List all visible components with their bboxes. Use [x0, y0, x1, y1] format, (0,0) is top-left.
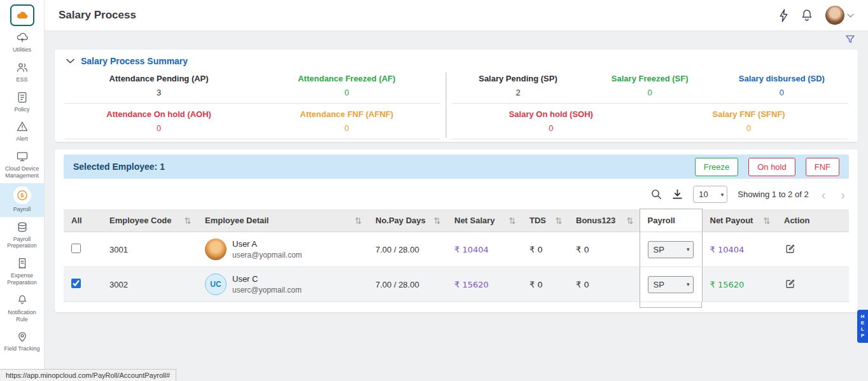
col-employee-code[interactable]: Employee Code — [102, 209, 197, 232]
stat-salary-fnf: Salary FNF (SFNF) 0 — [650, 109, 848, 133]
monitor-icon — [13, 149, 31, 163]
col-net-salary[interactable]: Net Salary — [447, 209, 522, 232]
stat-salary-pending: Salary Pending (SP) 2 — [452, 74, 584, 97]
sort-icon[interactable] — [627, 217, 633, 225]
collapse-chevron-icon[interactable] — [66, 59, 74, 64]
summary-divider — [445, 73, 447, 138]
col-all[interactable]: All — [64, 209, 102, 232]
content: Salary Process Summary Attendance Pendin… — [45, 31, 868, 381]
topbar-actions — [779, 6, 854, 25]
cloud-upload-icon — [13, 31, 31, 45]
help-tab[interactable]: HELP — [857, 310, 868, 343]
col-payroll[interactable]: Payroll — [640, 209, 702, 232]
notification-bell-icon — [13, 293, 31, 307]
employee-avatar — [205, 239, 227, 260]
freeze-button[interactable]: Freeze — [695, 158, 738, 176]
sort-icon[interactable] — [185, 217, 191, 225]
page-size-select-wrap: 10 — [693, 186, 727, 203]
edit-button[interactable] — [784, 277, 797, 292]
app-window: Utilities ESS Policy Alert — [0, 0, 868, 381]
showing-text: Showing 1 to 2 of 2 — [738, 190, 808, 199]
sort-icon[interactable] — [764, 217, 770, 225]
user-avatar — [825, 6, 844, 25]
edit-button[interactable] — [784, 242, 797, 257]
table-toolbar: 10 Showing 1 to 2 of 2 ‹ › — [65, 186, 848, 203]
filter-icon[interactable] — [845, 34, 855, 46]
payroll-select[interactable]: SP — [648, 276, 694, 293]
main-area: Salary Process — [45, 0, 868, 381]
people-icon — [13, 60, 31, 74]
filter-row — [55, 31, 858, 50]
sidebar-item-payroll-preperation[interactable]: Payroll Preperation — [0, 217, 44, 254]
col-no-pay-days[interactable]: No.Pay Days — [368, 209, 447, 232]
selection-banner: Selected Employee: 1 Freeze On hold FNF — [64, 155, 849, 179]
stat-attendance-pending: Attendance Pending (AP) 3 — [65, 74, 253, 97]
net-salary: ₹ 15620 — [447, 267, 522, 302]
pay-days: 7.00 / 28.00 — [368, 232, 447, 267]
sidebar-item-expense-preparation[interactable]: Expense Preparation — [0, 253, 44, 290]
stat-attendance-on-hold: Attendance On hold (AOH) 0 — [65, 109, 253, 133]
on-hold-button[interactable]: On hold — [748, 158, 795, 176]
net-payout: ₹ 15620 — [702, 267, 776, 302]
page-size-select[interactable]: 10 — [693, 186, 727, 203]
selected-employee-count: Selected Employee: 1 — [73, 162, 165, 172]
sort-icon[interactable] — [434, 217, 440, 225]
prev-page-icon[interactable]: ‹ — [819, 188, 829, 201]
sidebar-item-label: Expense Preparation — [1, 272, 43, 286]
col-bonus123[interactable]: Bonus123 — [568, 209, 640, 232]
tds: ₹ 0 — [522, 232, 568, 267]
search-icon[interactable] — [651, 189, 662, 200]
sidebar-item-payroll[interactable]: $ Payroll — [0, 183, 44, 217]
sidebar-item-label: Policy — [14, 106, 29, 113]
bonus: ₹ 0 — [568, 232, 640, 267]
col-employee-detail[interactable]: Employee Detail — [197, 209, 368, 232]
svg-text:$: $ — [20, 192, 24, 198]
flash-icon[interactable] — [779, 9, 788, 22]
user-menu[interactable] — [825, 6, 854, 25]
location-pin-icon — [13, 329, 31, 343]
sidebar-item-alert[interactable]: Alert — [0, 116, 44, 146]
sidebar-nav: Utilities ESS Policy Alert — [0, 27, 44, 356]
sort-icon[interactable] — [556, 217, 562, 225]
tds: ₹ 0 — [522, 267, 568, 302]
sidebar-item-label: Cloud Device Management — [1, 165, 43, 179]
sidebar-item-utilities[interactable]: Utilities — [0, 27, 44, 57]
col-net-payout[interactable]: Net Payout — [702, 209, 776, 232]
sidebar-item-label: ESS — [16, 76, 27, 83]
sidebar-item-label: Payroll Preperation — [1, 236, 43, 250]
sidebar-item-ess[interactable]: ESS — [0, 57, 44, 87]
next-page-icon[interactable]: › — [838, 188, 848, 201]
download-icon[interactable] — [672, 189, 683, 200]
edit-icon — [785, 244, 795, 254]
bell-icon[interactable] — [801, 9, 813, 22]
fnf-button[interactable]: FNF — [806, 158, 839, 176]
sidebar: Utilities ESS Policy Alert — [0, 0, 45, 381]
col-action: Action — [776, 209, 849, 232]
table-header-row: All Employee Code Employee Detail No.Pay… — [64, 209, 849, 232]
stat-salary-freezed: Salary Freezed (SF) 0 — [584, 74, 716, 97]
row-checkbox[interactable] — [71, 279, 81, 288]
sidebar-item-policy[interactable]: Policy — [0, 87, 44, 117]
stat-salary-disbursed: Salary disbursed (SD) 0 — [716, 74, 848, 97]
sidebar-item-field-tracking[interactable]: Field Tracking — [0, 326, 44, 356]
payroll-table-card: Selected Employee: 1 Freeze On hold FNF — [55, 149, 858, 312]
sort-icon[interactable] — [355, 217, 361, 225]
employee-avatar: UC — [205, 274, 227, 295]
sidebar-item-label: Alert — [16, 135, 28, 142]
sort-icon[interactable] — [509, 217, 515, 225]
status-url: https://app.minopcloud.com/PayRoll/Accou… — [0, 369, 176, 381]
summary-title: Salary Process Summary — [81, 56, 188, 66]
net-payout: ₹ 10404 — [702, 232, 776, 267]
employee-name: User C — [232, 274, 302, 284]
sidebar-item-cloud-device-management[interactable]: Cloud Device Management — [0, 146, 44, 183]
employee-name: User A — [232, 239, 302, 249]
coins-icon — [13, 220, 31, 234]
pay-days: 7.00 / 28.00 — [368, 267, 447, 302]
payroll-select[interactable]: SP — [648, 241, 694, 258]
col-tds[interactable]: TDS — [522, 209, 568, 232]
warning-icon — [13, 120, 31, 134]
app-logo[interactable] — [10, 4, 34, 26]
employee-code: 3001 — [102, 232, 197, 267]
sidebar-item-notification-rule[interactable]: Notification Rule — [0, 290, 44, 327]
row-checkbox[interactable] — [71, 244, 81, 253]
